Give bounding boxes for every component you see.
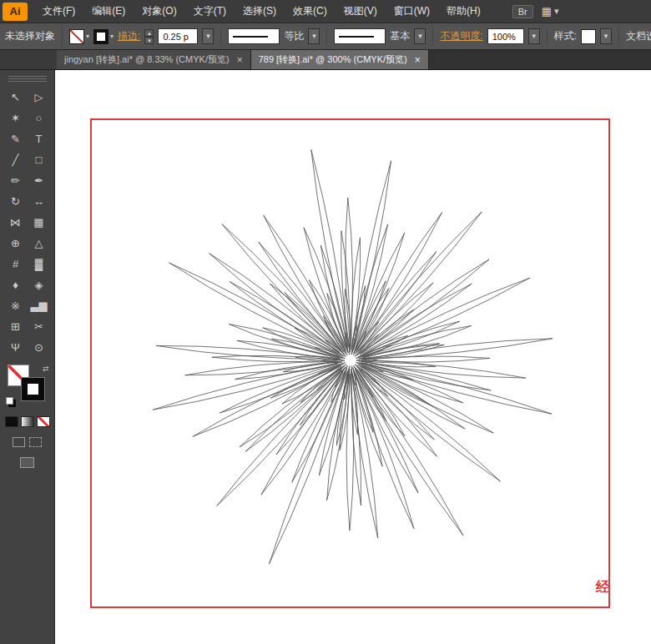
stroke-weight-stepper[interactable]: ▲ ▼	[144, 29, 154, 44]
none-button[interactable]	[37, 416, 50, 427]
menu-item-5[interactable]: 效果(C)	[285, 0, 336, 23]
tool-blend[interactable]: ◈	[28, 274, 51, 295]
stroke-swatch-icon	[93, 29, 108, 44]
screen-mode-button[interactable]	[20, 457, 34, 468]
tool-type[interactable]: T	[28, 128, 51, 149]
stroke-color-control[interactable]: ▾	[93, 29, 114, 44]
menu-item-1[interactable]: 编辑(E)	[83, 0, 134, 23]
line-preview-icon	[233, 36, 268, 38]
tool-eyedropper[interactable]: ♦	[4, 274, 28, 295]
document-tab-strip: jingyan [转换].ai* @ 8.33% (CMYK/预览) × 789…	[0, 50, 651, 70]
tool-selection[interactable]: ↖	[4, 87, 28, 108]
opacity-input[interactable]: 100%	[487, 28, 524, 44]
chevron-down-icon: ▾	[110, 33, 114, 40]
style-label: 样式:	[554, 29, 577, 43]
fill-color-control[interactable]: ▾	[69, 29, 89, 44]
tab-789[interactable]: 789 [转换].ai* @ 300% (CMYK/预览) ×	[251, 50, 429, 69]
chevron-down-icon: ▾	[86, 33, 89, 40]
menu-items: 文件(F)编辑(E)对象(O)文字(T)选择(S)效果(C)视图(V)窗口(W)…	[34, 0, 489, 23]
draw-normal-button[interactable]	[13, 437, 25, 447]
illustrator-logo: Ai	[3, 3, 28, 21]
tool-gradient[interactable]: ▓	[28, 254, 51, 274]
swap-fill-stroke-icon[interactable]: ⇄	[43, 365, 49, 373]
line-preview-icon	[339, 36, 374, 38]
tool-column-graph[interactable]: ▃▆	[28, 295, 51, 316]
menu-item-3[interactable]: 文字(T)	[185, 0, 235, 23]
gradient-button[interactable]	[21, 416, 34, 427]
menu-item-4[interactable]: 选择(S)	[235, 0, 285, 23]
tool-slice[interactable]: ✂	[28, 316, 51, 337]
close-icon[interactable]: ×	[237, 56, 243, 64]
menu-item-6[interactable]: 视图(V)	[336, 0, 386, 23]
menu-item-0[interactable]: 文件(F)	[34, 0, 83, 23]
brush-definition-preview[interactable]	[334, 28, 386, 44]
tool-grid: ↖▷✶○✎T╱□✏✒↻↔⋈▦⊕△#▓♦◈※▃▆⊞✂Ψ⊙	[4, 87, 51, 358]
bridge-button[interactable]: Br	[512, 5, 533, 18]
separator	[220, 28, 221, 46]
stepper-up-icon[interactable]: ▲	[144, 29, 154, 37]
style-dropdown-button[interactable]: ▼	[600, 28, 612, 44]
menu-bar: Ai 文件(F)编辑(E)对象(O)文字(T)选择(S)效果(C)视图(V)窗口…	[0, 0, 651, 23]
stroke-weight-dropdown-button[interactable]: ▼	[202, 28, 214, 44]
width-profile-preview[interactable]	[228, 28, 280, 44]
opacity-dropdown-button[interactable]: ▼	[528, 28, 540, 44]
red-rectangle-object[interactable]	[90, 118, 610, 608]
draw-mode-buttons	[13, 437, 42, 447]
stroke-indicator-black[interactable]	[22, 378, 44, 400]
color-mode-buttons	[5, 416, 50, 427]
draw-inside-button[interactable]	[29, 437, 42, 447]
tab-jingyan[interactable]: jingyan [转换].ai* @ 8.33% (CMYK/预览) ×	[57, 50, 251, 69]
default-fill-stroke-icon[interactable]	[6, 397, 13, 405]
tool-width[interactable]: ⋈	[4, 212, 28, 233]
tool-perspective-grid[interactable]: △	[28, 233, 51, 254]
stepper-down-icon[interactable]: ▼	[144, 37, 154, 44]
chevron-down-icon: ▾	[554, 6, 559, 17]
tool-pen[interactable]: ✎	[4, 128, 28, 149]
stroke-panel-link[interactable]: 描边:	[118, 29, 140, 43]
tool-shape-builder[interactable]: ⊕	[4, 233, 28, 254]
separator	[62, 28, 63, 46]
tool-symbol-sprayer[interactable]: ※	[4, 295, 28, 316]
tool-direct-selection[interactable]: ▷	[28, 87, 51, 108]
tool-paintbrush[interactable]: ✏	[4, 170, 28, 191]
menu-item-7[interactable]: 窗口(W)	[386, 0, 438, 23]
width-profile-label: 等比	[284, 29, 304, 43]
tool-hand[interactable]: Ψ	[4, 337, 28, 358]
tools-panel: ↖▷✶○✎T╱□✏✒↻↔⋈▦⊕△#▓♦◈※▃▆⊞✂Ψ⊙ ⇄	[0, 70, 55, 644]
tool-mesh[interactable]: #	[4, 254, 28, 274]
menu-item-8[interactable]: 帮助(H)	[438, 0, 489, 23]
separator	[618, 28, 619, 46]
document-setup-button[interactable]: 文档设置	[626, 29, 651, 43]
workspace-grid-icon: ▦	[542, 5, 552, 18]
brush-definition-label: 基本	[390, 29, 410, 43]
document-canvas[interactable]: 经	[55, 70, 651, 644]
tool-rotate[interactable]: ↻	[4, 191, 28, 212]
workspace-switcher-button[interactable]: ▦ ▾	[542, 5, 559, 18]
tool-magic-wand[interactable]: ✶	[4, 108, 28, 128]
close-icon[interactable]: ×	[415, 56, 421, 64]
selection-status: 未选择对象	[5, 29, 55, 43]
tool-free-transform[interactable]: ▦	[28, 212, 51, 233]
tool-scale[interactable]: ↔	[28, 191, 51, 212]
tab-label: jingyan [转换].ai* @ 8.33% (CMYK/预览)	[64, 53, 230, 66]
width-profile-dropdown-button[interactable]: ▼	[308, 28, 320, 44]
tool-rectangle[interactable]: □	[28, 149, 51, 170]
control-bar: 未选择对象 ▾ ▾ 描边: ▲ ▼ 0.25 p ▼ 等比 ▼ 基本 ▼ 不透明…	[0, 23, 651, 50]
style-swatch[interactable]	[581, 29, 596, 44]
brush-definition-dropdown-button[interactable]: ▼	[414, 28, 426, 44]
tool-line-segment[interactable]: ╱	[4, 149, 28, 170]
color-button[interactable]	[5, 416, 18, 427]
tool-artboard[interactable]: ⊞	[4, 316, 28, 337]
tool-pencil[interactable]: ✒	[28, 170, 51, 191]
fill-stroke-indicator: ⇄	[6, 365, 49, 405]
tab-strip-spacer	[0, 50, 57, 69]
separator	[547, 28, 548, 46]
watermark-text: 经	[596, 577, 610, 596]
opacity-panel-link[interactable]: 不透明度:	[440, 29, 482, 43]
menu-item-2[interactable]: 对象(O)	[134, 0, 184, 23]
stroke-weight-input[interactable]: 0.25 p	[158, 28, 198, 44]
separator	[326, 28, 327, 46]
panel-grip[interactable]	[8, 74, 47, 83]
tool-lasso[interactable]: ○	[28, 108, 51, 128]
tool-zoom[interactable]: ⊙	[28, 337, 51, 358]
